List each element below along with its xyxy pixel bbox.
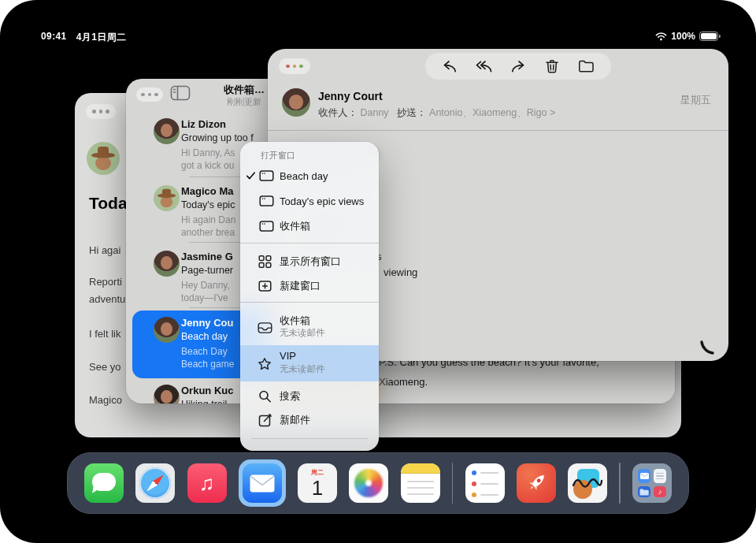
app-icon-safari[interactable] [135,463,175,503]
wifi-icon [655,32,667,41]
menu-item-search[interactable]: 搜索 [240,385,379,408]
menu-item-beach-day[interactable]: Beach day [240,164,379,188]
app-library-icon[interactable]: ♪ [632,463,672,503]
reply-icon[interactable] [440,57,459,76]
message-sender: Jasmine G [181,251,233,262]
app-icon-rocket[interactable] [517,463,556,503]
battery-icon [699,32,718,41]
reply-all-icon[interactable] [475,57,494,76]
star-icon [258,357,272,371]
menu-item-subtitle: 无未读邮件 [280,327,325,339]
message-date: 星期五 [680,93,711,107]
app-icon-drawing[interactable] [568,463,607,503]
app-icon-calendar[interactable]: 周二 1 [298,463,337,503]
message-subject: Page-turner [181,265,233,276]
body-line: adventu [89,293,125,305]
recipients-line: 收件人： Danny 抄送： Antonio、Xiaomeng、Rigo > [318,106,555,120]
status-bar-right: 100% [655,31,718,42]
app-icon-reminders[interactable] [465,463,505,503]
message-subject: Today's epic [181,199,235,210]
body-line: See yo [89,361,120,373]
window-icon [259,221,274,232]
screenshot-stage: 09:41 4月1日周二 100% Today Hi agai Reporti … [0,0,756,543]
message-preview: today—I've [181,292,228,303]
app-icon-photos[interactable] [349,463,388,503]
message-sender: Orkun Kuc [181,385,233,396]
app-icon-messages[interactable] [84,463,124,503]
message-subject: Beach day [181,331,228,342]
menu-item-new-window[interactable]: 新建窗口 [240,274,379,298]
message-preview: Beach game [181,359,234,370]
to-value: Danny [360,107,388,118]
message-toolbar [425,53,611,80]
dock-divider [452,463,454,504]
menu-item-subtitle: 无未读邮件 [280,363,325,375]
checkmark-icon [246,171,256,181]
message-sender: Magico Ma [181,185,233,197]
menu-item-label: Today's epic views [280,195,364,207]
ipad-bezel: 09:41 4月1日周二 100% Today Hi agai Reporti … [0,0,756,543]
message-preview: another brea [181,227,235,238]
memoji-avatar [87,142,120,175]
body-line: I felt lik [89,328,120,340]
menu-item-label: VIP [280,350,296,362]
ipad-screen: 09:41 4月1日周二 100% Today Hi agai Reporti … [24,24,732,519]
compose-icon [258,413,272,427]
new-window-icon [258,281,272,292]
music-note-glyph: ♫ [199,471,215,496]
menu-item-todays-epic-views[interactable]: Today's epic views [240,189,379,213]
menu-item-new-mail[interactable]: 新邮件 [240,408,379,432]
message-preview: Hi Danny, As [181,147,235,158]
status-bar-left: 09:41 4月1日周二 [41,31,126,44]
header-divider [268,130,728,131]
app-icon-mail-active[interactable] [239,459,286,507]
menu-item-inbox-mailbox[interactable]: 收件箱 无未读邮件 [240,311,379,345]
message-sender: Jenny Cou [181,317,233,329]
trash-icon[interactable] [543,57,561,76]
menu-item-inbox-window[interactable]: 收件箱 [240,214,379,238]
menu-item-label: Beach day [280,170,328,182]
window-icon [259,170,274,182]
menu-divider [240,243,379,244]
message-preview: got a kick ou [181,160,234,171]
battery-percent: 100% [671,31,695,42]
cc-label: 抄送： [397,107,427,118]
menu-item-label: 搜索 [280,389,300,404]
avatar [154,317,180,343]
menu-item-label: 收件箱 [280,314,310,328]
message-preview: Hey Danny, [181,280,230,291]
window-options-button[interactable] [279,58,310,74]
mail-envelope-icon [243,463,282,503]
sender-name: Jenny Court [318,90,383,102]
app-icon-music[interactable]: ♫ [187,463,227,503]
avatar [154,385,180,404]
grid-icon [258,255,272,269]
menu-divider [251,438,368,439]
body-fragment: viewing [384,266,417,278]
avatar [154,185,180,211]
menu-divider [240,302,379,303]
avatar [154,251,180,277]
message-preview: Hi again Dan [181,214,235,225]
cc-value[interactable]: Antonio、Xiaomeng、Rigo > [429,107,555,118]
popover-section-title: 打开窗口 [261,150,295,162]
to-label: 收件人： [318,107,358,118]
menu-item-label: 新邮件 [280,413,310,427]
message-sender: Liz Dizon [181,118,226,130]
avatar [154,118,180,144]
body-line: Hi agai [89,244,120,256]
folder-icon[interactable] [577,57,596,76]
menu-item-show-all-windows[interactable]: 显示所有窗口 [240,250,379,273]
status-date: 4月1日周二 [76,31,127,44]
menu-item-label: 新建窗口 [280,279,321,293]
inbox-icon [258,322,272,334]
app-icon-notes[interactable] [401,463,440,503]
window-options-button[interactable] [86,104,116,119]
forward-icon[interactable] [509,57,528,76]
message-preview: Beach Day [181,346,228,357]
menu-item-vip-mailbox[interactable]: VIP 无未读邮件 [240,347,379,381]
open-windows-popover: 打开窗口 Beach day Today's epic views 收件箱 [240,142,379,451]
message-subject: Hiking trail [181,399,227,404]
sender-avatar [282,88,310,117]
window-resize-handle[interactable] [699,333,721,355]
